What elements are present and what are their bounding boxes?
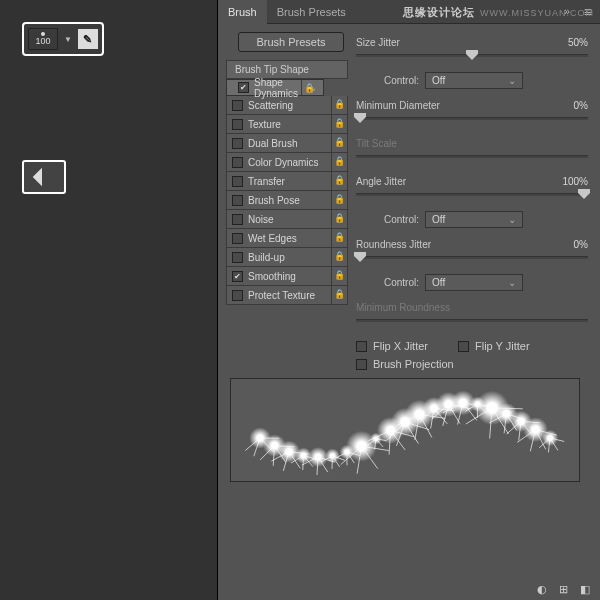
lock-icon[interactable]: 🔒 (331, 286, 347, 304)
brush-panel-toggle[interactable]: ✎ (78, 29, 98, 49)
min-diameter-value[interactable]: 0% (548, 100, 588, 111)
brush-projection-checkbox[interactable] (356, 359, 367, 370)
size-jitter-value[interactable]: 50% (548, 37, 588, 48)
option-row[interactable]: Dual Brush🔒 (226, 134, 348, 153)
toggle-preview-icon[interactable]: ◐ (537, 583, 547, 596)
brush-size-cluster[interactable]: 100 ▼ ✎ (22, 22, 104, 56)
brush-panel: Brush Brush Presets » ≡ Brush Presets Br… (217, 0, 600, 600)
brush-stroke-preview (230, 378, 580, 482)
new-preset-icon[interactable]: ⊞ (559, 583, 568, 596)
tab-brush[interactable]: Brush (218, 0, 267, 24)
roundness-jitter-label: Roundness Jitter (356, 239, 548, 250)
size-control-select[interactable]: Off (425, 72, 523, 89)
option-label: Build-up (248, 252, 331, 263)
brush-projection-label: Brush Projection (373, 358, 454, 370)
panel-footer: ◐ ⊞ ◧ (537, 583, 590, 596)
watermark: 思缘设计论坛 WWW.MISSYUAN.COM (403, 4, 594, 20)
option-label: Smoothing (248, 271, 331, 282)
min-roundness-label: Minimum Roundness (356, 302, 588, 313)
option-checkbox[interactable] (232, 271, 243, 282)
angle-jitter-label: Angle Jitter (356, 176, 548, 187)
option-checkbox[interactable] (232, 119, 243, 130)
lock-icon[interactable]: 🔒 (331, 191, 347, 209)
option-row[interactable]: Smoothing🔒 (226, 267, 348, 286)
size-jitter-slider[interactable] (356, 52, 588, 66)
brush-preview-chip[interactable]: 100 (28, 28, 58, 50)
lock-icon[interactable]: 🔒 (331, 115, 347, 133)
lock-icon[interactable]: 🔒 (331, 172, 347, 190)
option-row[interactable]: Texture🔒 (226, 115, 348, 134)
min-diameter-label: Minimum Diameter (356, 100, 548, 111)
option-row[interactable]: Build-up🔒 (226, 248, 348, 267)
brush-tool-tile[interactable] (22, 160, 66, 194)
option-label: Wet Edges (248, 233, 331, 244)
option-row[interactable]: Wet Edges🔒 (226, 229, 348, 248)
option-label: Noise (248, 214, 331, 225)
tilt-scale-label: Tilt Scale (356, 138, 588, 149)
flip-x-checkbox[interactable] (356, 341, 367, 352)
option-label: Transfer (248, 176, 331, 187)
angle-jitter-slider[interactable] (356, 191, 588, 205)
option-checkbox[interactable] (232, 176, 243, 187)
option-label: Brush Pose (248, 195, 331, 206)
control-label: Control: (384, 277, 419, 288)
option-checkbox[interactable] (232, 195, 243, 206)
option-checkbox[interactable] (232, 233, 243, 244)
option-label: Color Dynamics (248, 157, 331, 168)
lock-icon[interactable]: 🔒 (301, 80, 317, 95)
control-label: Control: (384, 75, 419, 86)
brush-presets-button[interactable]: Brush Presets (238, 32, 344, 52)
option-checkbox[interactable] (232, 252, 243, 263)
min-diameter-slider[interactable] (356, 115, 588, 129)
roundness-jitter-value[interactable]: 0% (548, 239, 588, 250)
option-row[interactable]: Color Dynamics🔒 (226, 153, 348, 172)
option-row[interactable]: Noise🔒 (226, 210, 348, 229)
option-checkbox[interactable] (232, 214, 243, 225)
flip-x-label: Flip X Jitter (373, 340, 428, 352)
chevron-down-icon: ▼ (64, 35, 72, 44)
snap-icon[interactable]: ◧ (580, 583, 590, 596)
flip-y-label: Flip Y Jitter (475, 340, 530, 352)
option-label: Protect Texture (248, 290, 331, 301)
lock-icon[interactable]: 🔒 (331, 248, 347, 266)
min-roundness-slider (356, 317, 588, 331)
option-row[interactable]: Brush Pose🔒 (226, 191, 348, 210)
lock-icon[interactable]: 🔒 (331, 134, 347, 152)
angle-control-select[interactable]: Off (425, 211, 523, 228)
lock-icon[interactable]: 🔒 (331, 267, 347, 285)
option-checkbox[interactable] (232, 100, 243, 111)
tab-brush-presets[interactable]: Brush Presets (267, 0, 356, 24)
option-checkbox[interactable] (232, 290, 243, 301)
option-checkbox[interactable] (232, 138, 243, 149)
brush-icon (33, 166, 56, 189)
size-jitter-label: Size Jitter (356, 37, 548, 48)
option-label: Dual Brush (248, 138, 331, 149)
option-checkbox[interactable] (232, 157, 243, 168)
svg-line-28 (332, 456, 333, 469)
option-checkbox[interactable] (238, 82, 249, 93)
angle-jitter-value[interactable]: 100% (548, 176, 588, 187)
option-label: Scattering (248, 100, 331, 111)
option-row[interactable]: Shape Dynamics🔒 (226, 79, 324, 96)
option-label: Texture (248, 119, 331, 130)
flip-y-checkbox[interactable] (458, 341, 469, 352)
roundness-control-select[interactable]: Off (425, 274, 523, 291)
lock-icon[interactable]: 🔒 (331, 96, 347, 114)
tilt-scale-slider (356, 153, 588, 167)
lock-icon[interactable]: 🔒 (331, 210, 347, 228)
roundness-jitter-slider[interactable] (356, 254, 588, 268)
control-label: Control: (384, 214, 419, 225)
shape-dynamics-settings: Size Jitter50% Control:Off Minimum Diame… (352, 30, 596, 482)
option-row[interactable]: Transfer🔒 (226, 172, 348, 191)
option-row[interactable]: Scattering🔒 (226, 96, 348, 115)
option-row[interactable]: Protect Texture🔒 (226, 286, 348, 305)
lock-icon[interactable]: 🔒 (331, 153, 347, 171)
lock-icon[interactable]: 🔒 (331, 229, 347, 247)
option-label: Shape Dynamics (254, 77, 301, 99)
